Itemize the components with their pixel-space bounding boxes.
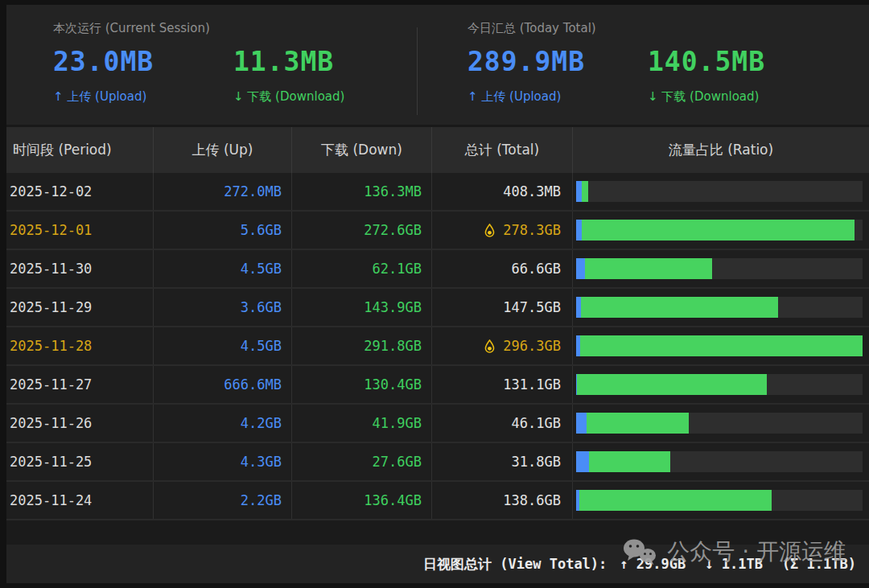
download-cell: 41.9GB <box>291 405 431 442</box>
total-cell: 296.3GB <box>431 327 572 364</box>
total-value: 131.1GB <box>503 376 561 393</box>
session-download-label: ↓ 下载 (Download) <box>233 89 414 105</box>
total-cell: 66.6GB <box>431 250 572 287</box>
table-row[interactable]: 2025-11-30 4.5GB 62.1GB 66.6GB <box>6 250 869 289</box>
session-upload-value: 23.0MB <box>53 46 233 77</box>
ratio-cell <box>572 289 869 326</box>
table-row[interactable]: 2025-11-26 4.2GB 41.9GB 46.1GB <box>6 405 869 443</box>
ratio-bar-download <box>589 451 670 472</box>
today-upload-stat: 289.9MB ↑ 上传 (Upload) <box>467 46 648 105</box>
ratio-cell <box>572 405 869 442</box>
download-cell: 136.4GB <box>291 482 431 519</box>
total-cell: 138.6GB <box>431 482 572 519</box>
total-cell: 278.3GB <box>431 212 572 249</box>
hot-flame-icon <box>484 224 496 237</box>
traffic-monitor-window: 本次运行 (Current Session) 23.0MB ↑ 上传 (Uplo… <box>6 5 869 583</box>
ratio-bar-track <box>576 220 863 241</box>
today-download-label: ↓ 下载 (Download) <box>648 89 828 105</box>
table-row[interactable]: 2025-11-29 3.6GB 143.9GB 147.5GB <box>6 289 869 327</box>
period-cell: 2025-11-29 <box>6 289 153 326</box>
ratio-bar-download <box>581 297 778 318</box>
session-download-stat: 11.3MB ↓ 下载 (Download) <box>233 46 414 105</box>
table-row[interactable]: 2025-11-27 666.6MB 130.4GB 131.1GB <box>6 366 869 405</box>
view-total-download: ↓ 1.1TB <box>705 556 763 572</box>
ratio-bar-download <box>577 374 766 395</box>
total-cell: 46.1GB <box>431 405 572 442</box>
ratio-bar-upload <box>576 413 587 434</box>
total-value: 46.1GB <box>512 415 561 431</box>
view-total-label: 日视图总计 (View Total): <box>423 555 607 574</box>
ratio-bar-track <box>576 181 863 202</box>
stats-bar: 本次运行 (Current Session) 23.0MB ↑ 上传 (Uplo… <box>6 5 869 125</box>
ratio-bar-download <box>580 335 863 356</box>
ratio-bar-track <box>576 258 863 279</box>
header-download: 下载 (Down) <box>291 127 431 173</box>
today-download-stat: 140.5MB ↓ 下载 (Download) <box>648 46 828 105</box>
ratio-bar-download <box>587 413 689 434</box>
ratio-bar-track <box>576 490 863 511</box>
period-cell: 2025-11-30 <box>6 250 153 287</box>
table-row[interactable]: 2025-12-02 272.0MB 136.3MB 408.3MB <box>6 173 869 212</box>
period-cell: 2025-12-01 <box>6 212 153 249</box>
upload-cell: 4.5GB <box>153 250 291 287</box>
ratio-cell <box>572 250 869 287</box>
table-row[interactable]: 2025-11-24 2.2GB 136.4GB 138.6GB <box>6 482 869 520</box>
total-value: 296.3GB <box>503 338 561 354</box>
ratio-bar-download <box>582 181 588 202</box>
total-value: 66.6GB <box>512 261 561 277</box>
total-cell: 131.1GB <box>431 366 572 403</box>
ratio-bar-track <box>576 413 863 434</box>
ratio-bar-track <box>576 451 863 472</box>
ratio-cell <box>572 482 869 519</box>
total-cell: 31.8GB <box>431 443 572 480</box>
hot-flame-icon <box>484 339 496 353</box>
ratio-cell <box>572 443 869 480</box>
ratio-cell <box>572 327 869 364</box>
header-period: 时间段 (Period) <box>6 127 153 173</box>
ratio-bar-track <box>576 335 863 356</box>
download-cell: 143.9GB <box>291 289 431 326</box>
download-cell: 27.6GB <box>291 443 431 480</box>
total-value: 147.5GB <box>503 299 561 315</box>
view-total-sum: (Σ 1.1TB) <box>782 556 856 572</box>
period-cell: 2025-11-26 <box>6 405 153 442</box>
upload-cell: 4.5GB <box>153 327 291 364</box>
download-cell: 136.3MB <box>291 173 431 210</box>
download-cell: 62.1GB <box>291 250 431 287</box>
current-session-title: 本次运行 (Current Session) <box>53 21 417 36</box>
upload-cell: 2.2GB <box>153 482 291 519</box>
ratio-cell <box>572 366 869 403</box>
total-value: 138.6GB <box>503 492 561 508</box>
download-cell: 291.8GB <box>291 327 431 364</box>
period-cell: 2025-12-02 <box>6 173 153 210</box>
today-total-block: 今日汇总 (Today Total) 289.9MB ↑ 上传 (Upload)… <box>418 21 836 125</box>
view-total-upload: ↑ 29.9GB <box>620 556 686 572</box>
table-row[interactable]: 2025-11-25 4.3GB 27.6GB 31.8GB <box>6 443 869 482</box>
period-cell: 2025-11-27 <box>6 366 153 403</box>
ratio-cell <box>572 212 869 249</box>
header-total: 总计 (Total) <box>431 127 572 173</box>
total-cell: 147.5GB <box>431 289 572 326</box>
period-cell: 2025-11-25 <box>6 443 153 480</box>
table-row[interactable]: 2025-11-28 4.5GB 291.8GB 296.3GB <box>6 327 869 366</box>
ratio-cell <box>572 173 869 210</box>
table-row[interactable]: 2025-12-01 5.6GB 272.6GB 278.3GB <box>6 212 869 250</box>
total-value: 278.3GB <box>503 222 561 238</box>
ratio-bar-upload <box>576 451 589 472</box>
total-cell: 408.3MB <box>431 173 572 210</box>
ratio-bar-download <box>585 258 711 279</box>
session-download-value: 11.3MB <box>233 46 414 77</box>
download-cell: 130.4GB <box>291 366 431 403</box>
download-cell: 272.6GB <box>291 212 431 249</box>
ratio-bar-download <box>579 490 772 511</box>
total-value: 31.8GB <box>512 454 561 470</box>
total-value: 408.3MB <box>503 183 561 199</box>
ratio-bar-track <box>576 374 863 395</box>
ratio-bar-download <box>582 220 855 241</box>
footer-bar: 日视图总计 (View Total): ↑ 29.9GB ↓ 1.1TB (Σ … <box>6 545 869 583</box>
ratio-bar-track <box>576 297 863 318</box>
upload-cell: 4.3GB <box>153 443 291 480</box>
current-session-block: 本次运行 (Current Session) 23.0MB ↑ 上传 (Uplo… <box>53 21 417 125</box>
upload-cell: 5.6GB <box>153 212 291 249</box>
table-body: 2025-12-02 272.0MB 136.3MB 408.3MB 2025-… <box>6 173 869 520</box>
